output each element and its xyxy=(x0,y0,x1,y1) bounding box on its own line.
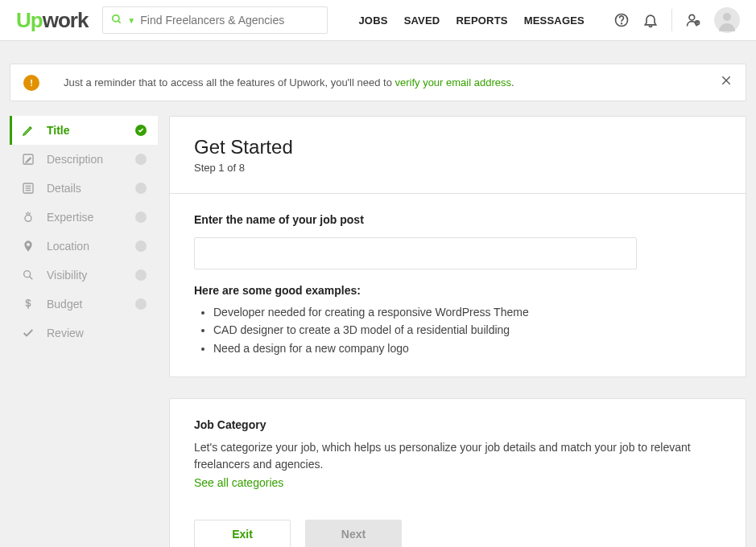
dollar-icon xyxy=(21,298,35,311)
title-card: Get Started Step 1 of 8 Enter the name o… xyxy=(169,116,746,377)
step-description[interactable]: Description xyxy=(10,145,158,174)
examples-heading: Here are some good examples: xyxy=(194,284,721,297)
main-nav: JOBS SAVED REPORTS MESSAGES xyxy=(358,7,740,33)
step-label: Details xyxy=(47,182,124,195)
svg-point-0 xyxy=(113,14,119,21)
step-details[interactable]: Details xyxy=(10,174,158,203)
search-input[interactable] xyxy=(140,14,319,27)
list-icon xyxy=(21,182,35,195)
step-label: Review xyxy=(47,327,147,339)
step-label: Budget xyxy=(47,298,124,311)
list-item: Developer needed for creating a responsi… xyxy=(213,303,721,321)
nav-saved[interactable]: SAVED xyxy=(404,14,440,27)
svg-line-16 xyxy=(30,277,33,280)
check-icon xyxy=(21,327,35,339)
list-item: CAD designer to create a 3D model of a r… xyxy=(213,321,721,339)
user-plus-icon[interactable] xyxy=(685,12,701,28)
status-dot xyxy=(135,241,147,252)
svg-point-3 xyxy=(622,23,622,24)
step-budget[interactable]: Budget xyxy=(10,290,158,319)
step-sidebar: Title Description Details Expertise Loca… xyxy=(10,116,158,348)
pin-icon xyxy=(21,240,35,253)
job-name-input[interactable] xyxy=(194,237,637,269)
status-dot xyxy=(135,212,147,223)
step-title[interactable]: Title xyxy=(10,116,158,145)
verify-email-link[interactable]: verify your email address xyxy=(395,76,511,88)
chevron-down-icon[interactable]: ▼ xyxy=(127,16,135,25)
category-description: Let's categorize your job, which helps u… xyxy=(194,439,721,473)
nav-jobs[interactable]: JOBS xyxy=(358,14,387,27)
step-indicator: Step 1 of 8 xyxy=(194,162,721,174)
category-card: Job Category Let's categorize your job, … xyxy=(169,398,746,547)
alert-banner: ! Just a reminder that to access all the… xyxy=(10,64,746,101)
examples-list: Developer needed for creating a responsi… xyxy=(194,303,721,357)
top-header: Upwork ▼ JOBS SAVED REPORTS MESSAGES xyxy=(0,0,756,41)
svg-point-6 xyxy=(723,13,731,21)
svg-point-4 xyxy=(689,14,695,20)
list-item: Need a design for a new company logo xyxy=(213,339,721,357)
search-icon xyxy=(111,14,122,27)
warning-icon: ! xyxy=(23,75,39,91)
check-icon xyxy=(135,125,147,136)
page-title: Get Started xyxy=(194,136,721,158)
alert-text: Just a reminder that to access all the f… xyxy=(56,76,704,88)
avatar[interactable] xyxy=(714,7,740,33)
step-label: Description xyxy=(47,153,124,166)
see-all-categories-link[interactable]: See all categories xyxy=(194,476,283,489)
status-dot xyxy=(135,269,147,281)
divider xyxy=(671,9,672,31)
step-label: Location xyxy=(47,240,124,253)
step-visibility[interactable]: Visibility xyxy=(10,261,158,290)
eye-icon xyxy=(21,269,35,282)
pencil-icon xyxy=(21,124,35,137)
badge-icon xyxy=(21,211,35,224)
upwork-logo[interactable]: Upwork xyxy=(16,8,88,33)
step-label: Title xyxy=(47,124,124,137)
main-content: Get Started Step 1 of 8 Enter the name o… xyxy=(169,116,746,547)
status-dot xyxy=(135,298,147,310)
step-label: Visibility xyxy=(47,269,124,282)
nav-messages[interactable]: MESSAGES xyxy=(524,14,585,27)
status-dot xyxy=(135,183,147,194)
job-name-label: Enter the name of your job post xyxy=(194,213,721,226)
svg-point-15 xyxy=(24,271,31,278)
nav-reports[interactable]: REPORTS xyxy=(456,14,507,27)
close-icon[interactable] xyxy=(720,74,733,91)
search-bar[interactable]: ▼ xyxy=(102,6,328,34)
edit-icon xyxy=(21,153,35,166)
svg-line-1 xyxy=(118,20,121,23)
step-review[interactable]: Review xyxy=(10,319,158,348)
next-button[interactable]: Next xyxy=(305,520,402,547)
step-location[interactable]: Location xyxy=(10,232,158,261)
bell-icon[interactable] xyxy=(642,12,659,28)
exit-button[interactable]: Exit xyxy=(194,520,291,547)
status-dot xyxy=(135,154,147,165)
category-title: Job Category xyxy=(194,418,721,431)
svg-point-14 xyxy=(25,215,31,221)
help-icon[interactable] xyxy=(613,12,630,28)
step-expertise[interactable]: Expertise xyxy=(10,203,158,232)
step-label: Expertise xyxy=(47,211,124,224)
